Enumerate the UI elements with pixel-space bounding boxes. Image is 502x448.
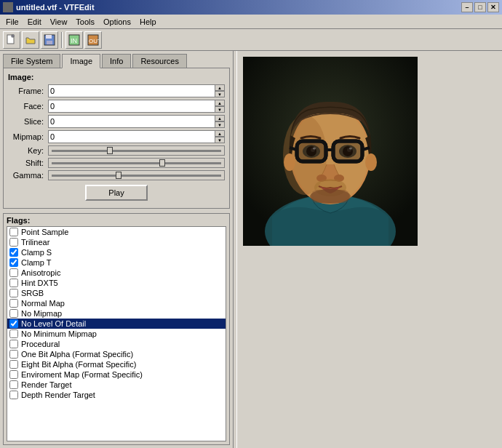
menu-options[interactable]: Options xyxy=(99,16,135,28)
flag-no-min-mipmap-checkbox[interactable] xyxy=(9,329,18,338)
flag-env-map-label: Enviroment Map (Format Specific) xyxy=(21,370,143,379)
frame-input[interactable] xyxy=(48,84,215,97)
menu-file[interactable]: File xyxy=(1,16,23,28)
tab-info[interactable]: Info xyxy=(102,54,131,68)
flag-normal-map[interactable]: Normal Map xyxy=(7,298,226,308)
flag-point-sample-checkbox[interactable] xyxy=(9,228,18,236)
flag-srgb-checkbox[interactable] xyxy=(9,289,18,297)
key-slider[interactable] xyxy=(48,145,225,156)
flag-no-min-mipmap[interactable]: No Minimum Mipmap xyxy=(7,329,226,339)
face-input[interactable] xyxy=(48,100,215,113)
image-section-label: Image: xyxy=(8,73,225,81)
flag-depth-render-label: Depth Render Target xyxy=(21,391,95,399)
flag-one-bit-alpha-checkbox[interactable] xyxy=(9,350,18,359)
flag-srgb[interactable]: SRGB xyxy=(7,288,226,298)
play-button[interactable]: Play xyxy=(85,185,147,201)
flags-section: Flags: Point SampleTrilinearClamp SClamp… xyxy=(3,213,230,445)
tab-resources[interactable]: Resources xyxy=(132,54,187,68)
flag-anisotropic-checkbox[interactable] xyxy=(9,268,18,277)
flag-eight-bit-alpha-label: Eight Bit Alpha (Format Specific) xyxy=(21,360,136,369)
shift-thumb[interactable] xyxy=(159,159,165,167)
flag-point-sample[interactable]: Point Sample xyxy=(7,227,226,237)
mipmap-up[interactable]: ▲ xyxy=(215,130,225,137)
flag-render-target[interactable]: Render Target xyxy=(7,380,226,390)
close-button[interactable]: ✕ xyxy=(487,2,499,12)
import-button[interactable]: IN xyxy=(65,31,83,49)
mipmap-input[interactable] xyxy=(48,130,215,143)
toolbar-separator-1 xyxy=(61,32,63,48)
key-track xyxy=(52,150,221,152)
shift-slider[interactable] xyxy=(48,158,225,168)
slice-input[interactable] xyxy=(48,115,215,128)
flag-depth-render-checkbox[interactable] xyxy=(9,391,18,399)
svg-point-37 xyxy=(365,153,377,171)
slice-label: Slice: xyxy=(8,117,48,126)
frame-up[interactable]: ▲ xyxy=(215,84,225,91)
flag-no-lod-checkbox[interactable] xyxy=(9,319,18,328)
flag-clamp-s[interactable]: Clamp S xyxy=(7,247,226,257)
slice-up[interactable]: ▲ xyxy=(215,115,225,121)
flag-eight-bit-alpha[interactable]: Eight Bit Alpha (Format Specific) xyxy=(7,359,226,369)
minimize-button[interactable]: – xyxy=(461,2,473,12)
face-label: Face: xyxy=(8,102,48,111)
face-input-wrap: ▲ ▼ xyxy=(48,100,225,113)
menu-tools[interactable]: Tools xyxy=(71,16,99,28)
flag-anisotropic[interactable]: Anisotropic xyxy=(7,268,226,278)
flag-trilinear-checkbox[interactable] xyxy=(9,238,18,247)
title-buttons: – □ ✕ xyxy=(461,2,499,12)
flags-list[interactable]: Point SampleTrilinearClamp SClamp TAniso… xyxy=(7,226,226,441)
flag-no-mipmap-checkbox[interactable] xyxy=(9,309,18,318)
flag-render-target-checkbox[interactable] xyxy=(9,380,18,389)
maximize-button[interactable]: □ xyxy=(474,2,486,12)
tab-image[interactable]: Image xyxy=(62,54,100,68)
toolbar: IN OUT xyxy=(0,29,502,51)
flag-hint-dxt5-label: Hint DXT5 xyxy=(21,279,58,287)
flag-clamp-t-checkbox[interactable] xyxy=(9,258,18,267)
menu-help[interactable]: Help xyxy=(135,16,161,28)
flag-procedural[interactable]: Procedural xyxy=(7,339,226,349)
flag-hint-dxt5[interactable]: Hint DXT5 xyxy=(7,278,226,288)
flag-depth-render[interactable]: Depth Render Target xyxy=(7,390,226,400)
open-button[interactable] xyxy=(22,31,39,49)
face-up[interactable]: ▲ xyxy=(215,100,225,106)
save-button[interactable] xyxy=(41,31,58,49)
flag-one-bit-alpha[interactable]: One Bit Alpha (Format Specific) xyxy=(7,349,226,359)
slice-input-wrap: ▲ ▼ xyxy=(48,115,225,128)
gamma-thumb[interactable] xyxy=(116,172,121,179)
flag-eight-bit-alpha-checkbox[interactable] xyxy=(9,360,18,369)
preview-svg xyxy=(243,57,418,246)
key-thumb[interactable] xyxy=(107,147,113,154)
flag-clamp-s-checkbox[interactable] xyxy=(9,248,18,257)
slice-down[interactable]: ▼ xyxy=(215,121,225,128)
flag-clamp-s-label: Clamp S xyxy=(21,248,52,257)
flag-no-mipmap[interactable]: No Mipmap xyxy=(7,308,226,319)
flag-clamp-t[interactable]: Clamp T xyxy=(7,257,226,268)
app-icon xyxy=(3,2,13,12)
flag-env-map[interactable]: Enviroment Map (Format Specific) xyxy=(7,369,226,380)
frame-down[interactable]: ▼ xyxy=(215,91,225,97)
mipmap-label: Mipmap: xyxy=(8,132,48,141)
face-down[interactable]: ▼ xyxy=(215,106,225,113)
preview-image xyxy=(243,57,418,246)
flag-no-lod[interactable]: No Level Of Detail xyxy=(7,319,226,329)
export-button[interactable]: OUT xyxy=(84,31,102,49)
mipmap-down[interactable]: ▼ xyxy=(215,137,225,143)
new-button[interactable] xyxy=(3,31,20,49)
flag-procedural-checkbox[interactable] xyxy=(9,340,18,348)
mipmap-input-wrap: ▲ ▼ xyxy=(48,130,225,143)
mipmap-spinner: ▲ ▼ xyxy=(215,130,225,143)
gamma-slider[interactable] xyxy=(48,170,225,180)
menu-view[interactable]: View xyxy=(46,16,72,28)
flag-env-map-checkbox[interactable] xyxy=(9,370,18,379)
flag-normal-map-checkbox[interactable] xyxy=(9,299,18,308)
flag-one-bit-alpha-label: One Bit Alpha (Format Specific) xyxy=(21,350,133,359)
face-row: Face: ▲ ▼ xyxy=(8,100,225,113)
tab-filesystem[interactable]: File System xyxy=(3,54,60,68)
menu-edit[interactable]: Edit xyxy=(23,16,46,28)
frame-label: Frame: xyxy=(8,87,48,95)
flag-trilinear[interactable]: Trilinear xyxy=(7,237,226,247)
flag-hint-dxt5-checkbox[interactable] xyxy=(9,279,18,287)
flag-render-target-label: Render Target xyxy=(21,380,72,389)
shift-track xyxy=(52,162,221,164)
svg-point-29 xyxy=(313,148,316,150)
